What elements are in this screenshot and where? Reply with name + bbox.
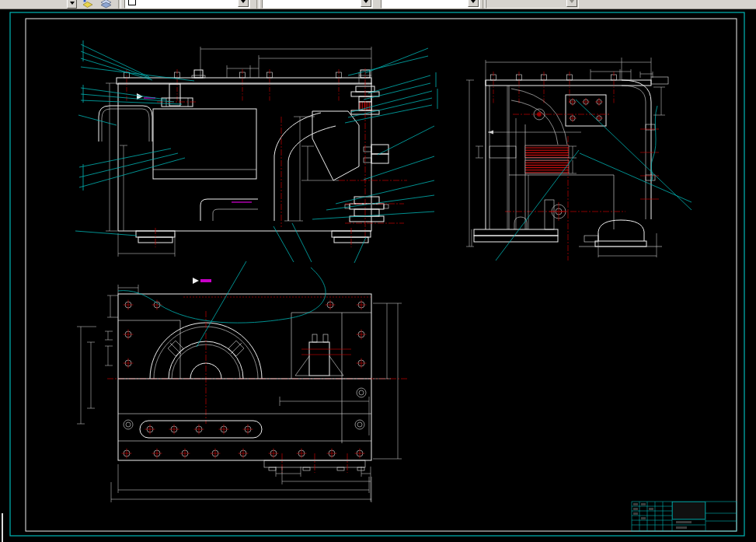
drawing-canvas[interactable] — [0, 9, 756, 542]
chevron-down-icon — [471, 0, 476, 3]
lineweight-control[interactable] — [381, 0, 480, 9]
palette-edge — [2, 513, 3, 542]
chevron-down-icon — [570, 0, 574, 3]
chevron-down-icon — [70, 2, 75, 5]
layer-combo-arrow[interactable] — [67, 0, 77, 9]
color-swatch — [128, 0, 136, 5]
plot-style-control — [486, 0, 579, 9]
toolbar-separator — [118, 0, 121, 9]
chevron-down-icon — [364, 0, 368, 3]
plot-style-control-arrow — [566, 0, 577, 7]
toolbar-separator — [256, 0, 260, 9]
color-control-arrow[interactable] — [238, 0, 249, 7]
title-block — [632, 502, 737, 531]
linetype-control[interactable] — [262, 0, 373, 9]
plan-view — [77, 278, 408, 502]
chevron-down-icon — [241, 0, 246, 3]
linetype-control-arrow[interactable] — [361, 0, 371, 7]
cad-drawing — [0, 9, 756, 542]
layer-properties-icon[interactable] — [99, 0, 113, 9]
leader-lines — [75, 40, 692, 347]
make-layer-current-icon[interactable] — [81, 0, 94, 9]
color-control[interactable] — [124, 0, 250, 9]
properties-toolbar — [0, 0, 756, 9]
lineweight-control-arrow[interactable] — [468, 0, 479, 7]
